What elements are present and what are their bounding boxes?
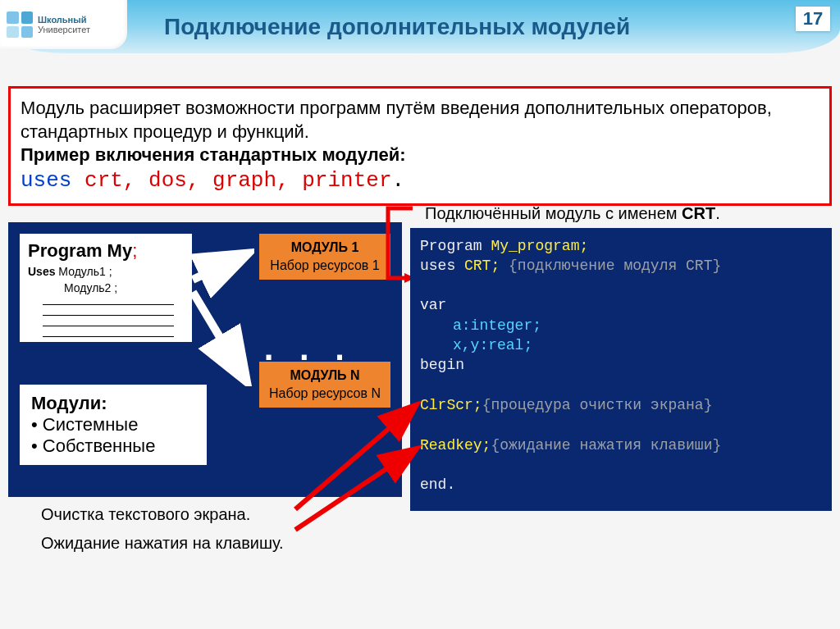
program-title: Program My [28,240,132,261]
logo-text: Школьный Университет [38,15,90,34]
module-types-box: Модули: • Системные • Собственные [20,385,207,465]
blank-line [43,305,174,316]
module-1-box: МОДУЛЬ 1 Набор ресурсов 1 [259,234,390,280]
slide-title: Подключение дополнительных модулей [164,14,630,40]
info-box: Модуль расширяет возможности программ пу… [8,86,832,206]
svg-line-6 [295,450,414,530]
arrow-icon [189,247,254,386]
uses-line2: Модуль2 ; [64,281,184,294]
arrow-icon [287,394,427,534]
blank-line [43,294,174,305]
info-code: uses crt, dos, graph, printer. [21,167,819,195]
blank-line [43,326,174,337]
logo: Школьный Университет [0,0,127,49]
blank-line [43,316,174,326]
code-screen: Program My_program; uses CRT; {подключен… [410,228,832,511]
page-number: 17 [796,7,830,31]
svg-line-2 [193,292,244,378]
main-row: Program My; Uses Модуль1 ; Модуль2 ; МОД… [0,222,840,553]
logo-icon [7,11,33,38]
caption-readkey: Ожидание нажатия на клавишу. [41,534,402,553]
annotation-top: Подключённый модуль с именем CRT. [425,204,832,223]
program-box: Program My; Uses Модуль1 ; Модуль2 ; [20,234,192,342]
right-column: Подключённый модуль с именем CRT. Progra… [410,222,832,511]
svg-line-1 [193,255,244,280]
info-line2: Пример включения стандартных модулей: [21,144,819,167]
slide-header: Школьный Университет Подключение дополни… [0,0,840,53]
uses-line1: Uses Модуль1 ; [28,265,184,278]
info-line1: Модуль расширяет возможности программ пу… [21,97,819,144]
svg-line-5 [295,407,414,509]
